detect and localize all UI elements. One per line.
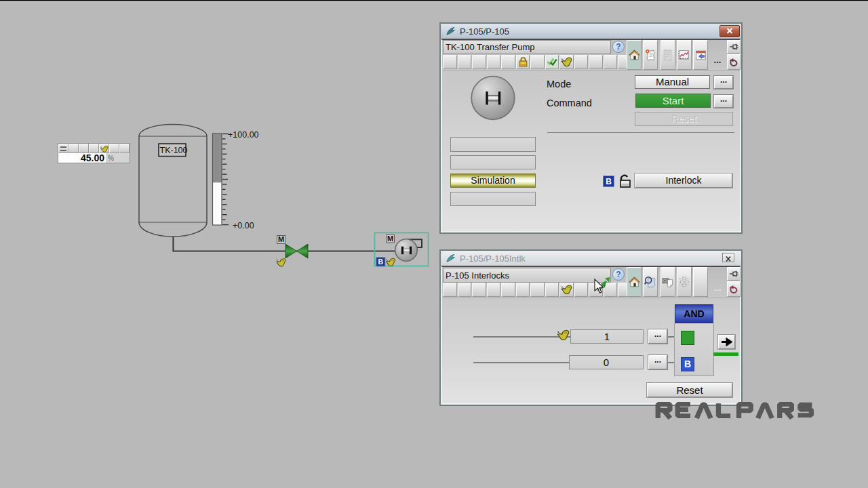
svg-text:+100.00: +100.00	[228, 130, 259, 140]
svg-text:+0.00: +0.00	[233, 221, 254, 230]
svg-text:B: B	[378, 258, 384, 266]
svg-text:TK-100: TK-100	[160, 146, 188, 155]
